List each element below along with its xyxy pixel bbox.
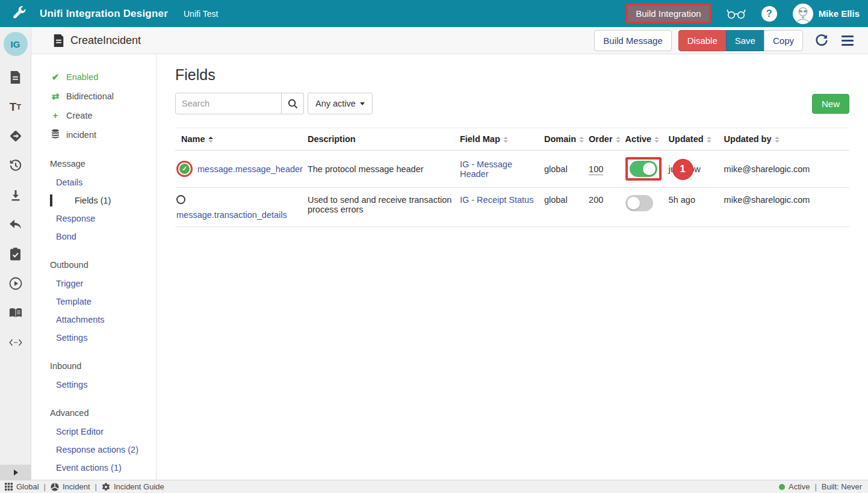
nav-link-response-actions[interactable]: Response actions (2) bbox=[31, 441, 156, 459]
column-header-domain[interactable]: Domain bbox=[544, 128, 589, 150]
nav-link-response[interactable]: Response bbox=[31, 209, 156, 228]
download-icon[interactable] bbox=[9, 188, 22, 202]
nav-section-advanced: Advanced bbox=[31, 403, 156, 423]
record-nav-panel: ✔ Enabled ⇄ Bidirectional + Create incid… bbox=[31, 54, 157, 480]
gear-icon bbox=[102, 483, 110, 491]
play-circle-icon[interactable] bbox=[9, 277, 22, 290]
database-icon bbox=[50, 129, 61, 140]
record-title: CreateIncident bbox=[70, 34, 141, 47]
nav-link-inbound-settings[interactable]: Settings bbox=[31, 376, 156, 394]
nav-item-bidirectional[interactable]: ⇄ Bidirectional bbox=[31, 87, 156, 106]
column-header-name[interactable]: Name bbox=[175, 128, 308, 150]
nav-section-inbound: Inbound bbox=[31, 356, 156, 376]
nav-item-create[interactable]: + Create bbox=[31, 106, 156, 125]
icon-sidebar: IG TT bbox=[0, 27, 31, 480]
menu-icon[interactable] bbox=[842, 36, 854, 46]
preview-glasses-icon[interactable] bbox=[727, 8, 746, 19]
bidirectional-arrows-icon: ⇄ bbox=[50, 91, 61, 102]
sidebar-collapse-toggle[interactable] bbox=[0, 465, 31, 480]
incident-icon bbox=[51, 483, 59, 491]
sort-icon bbox=[208, 137, 213, 143]
history-icon[interactable] bbox=[9, 159, 22, 172]
reply-icon[interactable] bbox=[9, 218, 22, 231]
chevron-right-icon bbox=[14, 470, 18, 476]
directions-icon[interactable] bbox=[9, 129, 22, 143]
wrench-icon bbox=[11, 6, 26, 22]
scope-global[interactable]: Global bbox=[5, 482, 39, 491]
nav-link-details[interactable]: Details bbox=[31, 173, 156, 191]
nav-link-fields[interactable]: Fields (1) bbox=[50, 194, 156, 206]
sort-icon bbox=[707, 137, 711, 143]
grid-icon bbox=[5, 483, 13, 491]
file-text-icon[interactable] bbox=[9, 70, 22, 84]
nav-link-event-actions[interactable]: Event actions (1) bbox=[31, 459, 156, 477]
user-menu[interactable]: Mike Ellis bbox=[793, 4, 860, 24]
column-header-updated-by[interactable]: Updated by bbox=[724, 128, 849, 150]
field-updated: 5h ago bbox=[669, 188, 724, 227]
active-toggle[interactable] bbox=[625, 195, 653, 211]
record-header: CreateIncident Build Message Disable Sav… bbox=[31, 27, 868, 54]
sort-icon bbox=[616, 137, 621, 143]
copy-button[interactable]: Copy bbox=[764, 30, 803, 51]
build-integration-button[interactable]: Build Integration bbox=[626, 4, 710, 23]
sort-icon bbox=[579, 137, 584, 143]
field-description: The protocol message header bbox=[308, 150, 460, 188]
built-status: Built: Never bbox=[822, 482, 862, 491]
annotation-highlight-box bbox=[625, 157, 662, 181]
nav-item-incident[interactable]: incident bbox=[31, 125, 156, 144]
column-header-updated[interactable]: Updated bbox=[669, 128, 724, 150]
field-updated-by: mike@sharelogic.com bbox=[724, 188, 849, 227]
field-order-editable[interactable]: 100 bbox=[589, 164, 603, 175]
selected-check-icon[interactable]: ✓ bbox=[176, 161, 193, 177]
field-order[interactable]: 200 bbox=[589, 195, 603, 205]
workspace-name: Unifi Test bbox=[184, 9, 218, 19]
nav-link-trigger[interactable]: Trigger bbox=[31, 274, 156, 293]
active-filter-dropdown[interactable]: Any active bbox=[308, 93, 373, 114]
nav-section-message: Message bbox=[31, 154, 156, 173]
nav-link-bond[interactable]: Bond bbox=[31, 228, 156, 246]
field-domain: global bbox=[544, 188, 589, 227]
active-toggle[interactable] bbox=[630, 161, 657, 177]
field-map-link[interactable]: IG - Receipt Status bbox=[460, 195, 534, 205]
refresh-icon[interactable] bbox=[815, 34, 828, 47]
unselected-radio-icon[interactable] bbox=[176, 195, 185, 204]
field-name-link[interactable]: message.message_header bbox=[197, 164, 303, 174]
scope-incident-guide[interactable]: Incident Guide bbox=[102, 482, 164, 491]
field-domain: global bbox=[544, 150, 589, 188]
integration-status: Active bbox=[779, 482, 810, 491]
plus-icon: + bbox=[50, 110, 61, 120]
search-icon bbox=[288, 99, 298, 109]
column-header-description[interactable]: Description bbox=[308, 128, 460, 150]
code-icon[interactable] bbox=[9, 336, 22, 349]
book-icon[interactable] bbox=[9, 306, 22, 320]
search-button[interactable] bbox=[282, 93, 304, 114]
field-map-link[interactable]: IG - Message Header bbox=[460, 160, 512, 179]
nav-link-outbound-settings[interactable]: Settings bbox=[31, 329, 156, 347]
nav-link-attachments[interactable]: Attachments bbox=[31, 311, 156, 329]
new-field-button[interactable]: New bbox=[812, 94, 849, 114]
nav-item-enabled[interactable]: ✔ Enabled bbox=[31, 67, 156, 87]
fields-table: Name Description Field Map Domain Order … bbox=[175, 128, 849, 227]
sort-icon bbox=[775, 137, 780, 143]
integration-avatar[interactable]: IG bbox=[4, 32, 28, 56]
text-format-icon[interactable]: TT bbox=[9, 100, 22, 113]
nav-link-template[interactable]: Template bbox=[31, 293, 156, 311]
column-header-active[interactable]: Active bbox=[625, 128, 669, 150]
app-title: Unifi Integration Designer bbox=[40, 8, 168, 20]
disable-button[interactable]: Disable bbox=[678, 30, 727, 51]
active-status-dot-icon bbox=[779, 484, 785, 490]
tasks-icon[interactable] bbox=[9, 247, 22, 261]
sort-icon bbox=[503, 137, 508, 143]
save-button[interactable]: Save bbox=[726, 30, 764, 51]
check-icon: ✔ bbox=[50, 72, 61, 82]
scope-incident[interactable]: Incident bbox=[51, 482, 90, 491]
column-header-order[interactable]: Order bbox=[589, 128, 625, 150]
column-header-field-map[interactable]: Field Map bbox=[460, 128, 544, 150]
nav-link-script-editor[interactable]: Script Editor bbox=[31, 423, 156, 441]
search-input[interactable] bbox=[175, 93, 282, 114]
sort-icon bbox=[654, 137, 659, 143]
field-name-link[interactable]: message.transaction_details bbox=[176, 210, 287, 220]
annotation-step-badge: 1 bbox=[672, 159, 693, 180]
build-message-button[interactable]: Build Message bbox=[594, 30, 671, 51]
help-icon[interactable]: ? bbox=[761, 6, 777, 22]
